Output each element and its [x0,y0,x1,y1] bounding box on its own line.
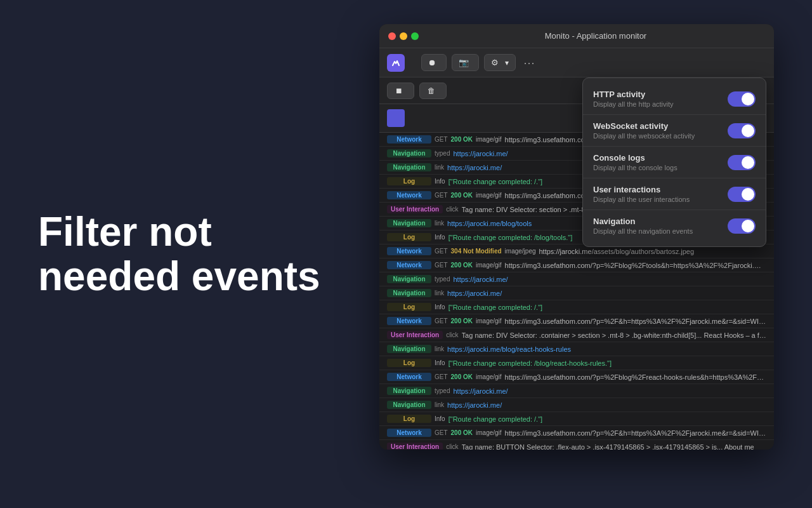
log-level: Info [435,178,445,185]
interaction-detail: Tag name: DIV Selector: .container > sec… [462,331,766,339]
toggle-switch[interactable] [728,123,756,138]
dropdown-item: Navigation Display all the navigation ev… [583,210,766,241]
event-type-badge: User Interaction [387,331,443,339]
stop-monitoring-button[interactable]: ⏹ [387,83,414,99]
event-type-badge: Network [387,317,431,325]
nav-url: https://jarocki.me/ [453,276,766,283]
toggle-switch[interactable] [728,155,756,170]
screenshot-button[interactable]: 📷 [452,54,479,71]
event-type-badge: Navigation [387,289,431,297]
minimize-button[interactable] [400,32,407,40]
more-options-button[interactable]: ⋯ [521,56,537,70]
clear-events-button[interactable]: 🗑 [419,83,447,99]
chevron-down-icon: ▾ [505,58,509,67]
event-type-badge: User Interaction [387,443,443,450]
event-type-badge: Log [387,177,431,185]
dropdown-item-info: Console logs Display all the console log… [593,153,728,171]
trash-icon: 🗑 [428,86,435,95]
event-type-badge: Log [387,415,431,423]
event-type-badge: Navigation [387,401,431,409]
mime-badge: image/gif [476,373,502,380]
dropdown-item-info: Navigation Display all the navigation ev… [593,217,728,235]
event-row: Navigationtypedhttps://jarocki.me/ [379,272,774,286]
log-message: ["Route change completed: /blog/react-ho… [449,359,766,367]
status-badge: 304 Not Modified [451,248,502,255]
nav-action: link [435,290,444,297]
dropdown-item-label: User interactions [593,185,728,194]
event-row: Navigationlinkhttps://jarocki.me/blog/re… [379,342,774,356]
stop-icon: ⏹ [395,86,403,95]
filter-icon: ⚙ [491,58,499,67]
mime-badge: image/gif [476,262,502,269]
event-row: NetworkGET200 OKimage/gifhttps://img3.us… [379,370,774,384]
event-row: NetworkGET200 OKimage/gifhttps://img3.us… [379,258,774,272]
dropdown-item-desc: Display all the navigation events [593,227,728,235]
status-badge: 200 OK [451,262,473,269]
close-button[interactable] [388,32,396,40]
dropdown-item-label: HTTP activity [593,90,728,99]
dropdown-item-desc: Display all the http activity [593,100,728,108]
event-url: https://img3.usefathom.com/?p=%2F&h=http… [505,318,766,325]
method-badge: GET [435,318,448,324]
status-badge: 200 OK [451,373,473,380]
log-level: Info [435,415,445,422]
mime-badge: image/gif [476,136,502,143]
record-icon: ⏺ [428,58,436,67]
start-recording-button[interactable]: ⏺ [421,54,447,71]
filters-dropdown: HTTP activity Display all the http activ… [582,77,766,247]
status-badge: 200 OK [451,429,473,436]
dropdown-item-desc: Display all the websocket activity [593,132,728,140]
avatar [387,109,405,127]
event-type-badge: Network [387,261,431,269]
log-level: Info [435,359,445,366]
dropdown-item: Console logs Display all the console log… [583,147,766,178]
status-badge: 200 OK [451,192,473,199]
event-url: https://img3.usefathom.com/?p=%2Fblog%2F… [505,262,766,269]
log-message: ["Route change completed: /."] [449,304,766,311]
toggle-switch[interactable] [728,218,756,234]
dropdown-item: User interactions Display all the user i… [583,178,766,210]
event-type-badge: Navigation [387,345,431,353]
method-badge: GET [435,136,448,143]
logo-icon [387,54,405,72]
maximize-button[interactable] [411,32,419,40]
event-url: https://img3.usefathom.com/?p=%2Fblog%2F… [505,373,766,381]
mime-badge: image/jpeg [505,248,536,255]
toolbar: ⏺ 📷 ⚙ ▾ ⋯ [379,48,774,77]
nav-action: typed [435,276,450,283]
event-row: LogInfo["Route change completed: /."] [379,412,774,426]
nav-url: https://jarocki.me/ [447,401,766,409]
nav-action: link [435,345,444,352]
event-row: Navigationlinkhttps://jarocki.me/ [379,286,774,300]
method-badge: GET [435,248,448,255]
event-type-badge: Network [387,247,431,255]
event-type-badge: Network [387,191,431,199]
toggle-switch[interactable] [728,187,756,202]
log-message: ["Route change completed: /."] [449,415,766,423]
filters-button[interactable]: ⚙ ▾ [484,54,516,71]
nav-action: typed [435,387,450,394]
mime-badge: image/gif [476,192,502,199]
mime-badge: image/gif [476,318,502,324]
event-url: https://img3.usefathom.com/?p=%2F&h=http… [505,429,766,437]
app-window: Monito - Application monitor ⏺ 📷 ⚙ ▾ ⋯ [379,24,774,450]
dropdown-item-info: HTTP activity Display all the http activ… [593,90,728,108]
event-row: LogInfo["Route change completed: /blog/r… [379,356,774,370]
interaction-action: click [446,206,458,213]
mime-badge: image/gif [476,429,502,436]
nav-action: link [435,220,444,227]
dropdown-item-info: WebSocket activity Display all the webso… [593,121,728,140]
toggle-switch[interactable] [728,91,756,107]
event-row: User InteractionclickTag name: BUTTON Se… [379,440,774,450]
event-type-badge: Navigation [387,163,431,171]
status-badge: 200 OK [451,318,473,324]
event-row: Navigationlinkhttps://jarocki.me/ [379,398,774,412]
interaction-action: click [446,331,458,338]
nav-action: link [435,401,444,408]
status-badge: 200 OK [451,136,473,143]
event-type-badge: Navigation [387,219,431,227]
event-type-badge: Navigation [387,387,431,395]
event-type-badge: Network [387,373,431,381]
dropdown-item: HTTP activity Display all the http activ… [583,83,766,115]
event-type-badge: Navigation [387,149,431,157]
